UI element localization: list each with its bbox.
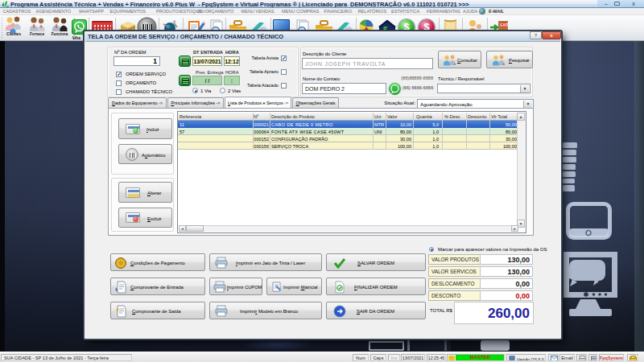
svg-text:EXIT: EXIT (501, 23, 509, 27)
